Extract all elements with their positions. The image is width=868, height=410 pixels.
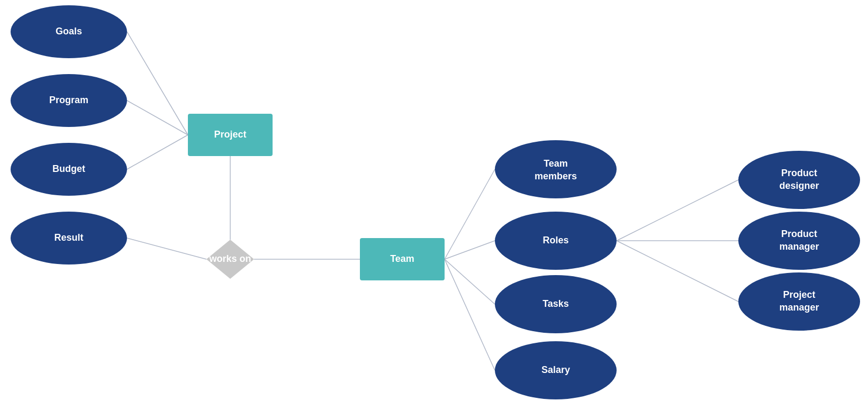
product-designer-label-line2: designer [779, 180, 819, 191]
workson-label: works on [209, 253, 251, 264]
goals-label: Goals [56, 26, 82, 37]
roles-label: Roles [542, 235, 568, 245]
connector-program-project [127, 101, 188, 135]
program-label: Program [49, 95, 88, 105]
team-members-node[interactable] [495, 140, 617, 198]
project-label: Project [214, 129, 246, 140]
connector-goals-project [127, 32, 188, 135]
project-manager-label-line1: Project [783, 289, 815, 300]
connector-roles-projmgr [617, 241, 738, 302]
product-manager-label-line2: manager [779, 241, 819, 252]
connector-team-members [445, 169, 495, 259]
project-manager-label-line2: manager [779, 302, 819, 313]
connector-team-salary [445, 259, 495, 370]
team-members-label-line2: members [535, 171, 577, 181]
product-manager-label-line1: Product [781, 229, 817, 239]
team-label: Team [390, 253, 414, 264]
connector-team-roles [445, 241, 495, 259]
budget-label: Budget [52, 163, 85, 174]
connector-result-workson [127, 238, 206, 259]
connector-budget-project [127, 135, 188, 169]
salary-label: Salary [541, 365, 570, 375]
diagram-canvas: Project works on Team Goals Program Budg… [0, 0, 868, 410]
product-designer-label-line1: Product [781, 168, 817, 178]
connector-team-tasks [445, 259, 495, 304]
result-label: Result [54, 232, 83, 243]
tasks-label: Tasks [542, 298, 569, 309]
connector-roles-designer [617, 180, 738, 241]
team-members-label-line1: Team [544, 158, 568, 169]
